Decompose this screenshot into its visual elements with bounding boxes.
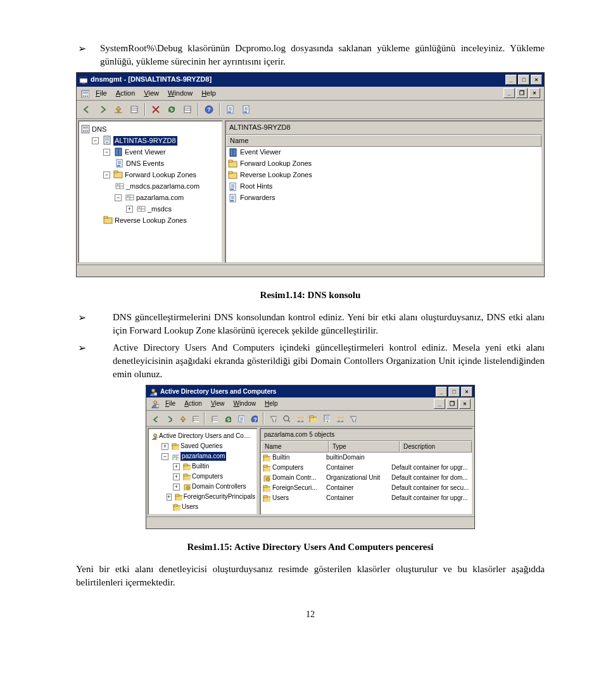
- filter-button[interactable]: [267, 412, 279, 425]
- extra-tool-2[interactable]: [239, 102, 254, 117]
- window-title: Active Directory Users and Computers: [160, 387, 276, 396]
- list-row[interactable]: Forwarders: [226, 192, 542, 204]
- up-button[interactable]: [175, 412, 188, 425]
- tree-item[interactable]: pazarlama.com: [180, 452, 226, 461]
- menu-view[interactable]: View: [207, 399, 229, 409]
- menu-file[interactable]: File: [92, 88, 111, 99]
- expand-toggle[interactable]: −: [92, 137, 99, 144]
- menu-action[interactable]: Action: [112, 88, 139, 99]
- properties-button[interactable]: [180, 102, 195, 117]
- expand-toggle[interactable]: +: [173, 463, 180, 470]
- find-button[interactable]: [280, 412, 293, 425]
- list-row[interactable]: Root Hints: [226, 181, 542, 192]
- back-button[interactable]: [149, 412, 162, 425]
- expand-toggle[interactable]: −: [103, 172, 110, 178]
- tree-item[interactable]: Domain Controllers: [192, 482, 246, 491]
- add-user-button[interactable]: [293, 412, 306, 425]
- expand-toggle[interactable]: −: [115, 194, 122, 201]
- expand-toggle[interactable]: +: [162, 443, 168, 450]
- forward-button[interactable]: [162, 412, 175, 425]
- expand-toggle[interactable]: +: [173, 473, 180, 480]
- menu-file[interactable]: File: [162, 399, 179, 409]
- col-type[interactable]: Type: [329, 441, 400, 453]
- list-row[interactable]: ComputersContainerDefault container for …: [261, 463, 472, 473]
- forward-button[interactable]: [95, 102, 110, 117]
- tree-item[interactable]: _msdcs.pazarlama.com: [126, 182, 200, 191]
- expand-toggle[interactable]: +: [126, 206, 133, 213]
- show-hide-tree-button[interactable]: [127, 102, 142, 117]
- list-row[interactable]: BuiltinbuiltinDomain: [261, 453, 472, 463]
- list-row[interactable]: UsersContainerDefault container for upgr…: [261, 493, 472, 503]
- tree-root[interactable]: DNS: [92, 125, 106, 134]
- menubar: File Action View Window Help _ ❐ ×: [77, 87, 544, 101]
- expand-toggle[interactable]: +: [173, 484, 180, 491]
- list-row[interactable]: ForeignSecuri...ContainerDefault contain…: [261, 483, 472, 493]
- properties-button[interactable]: [208, 412, 220, 425]
- maximize-button[interactable]: □: [448, 387, 460, 397]
- col-name[interactable]: Name: [226, 135, 542, 147]
- folder-icon: [263, 464, 270, 472]
- menu-action[interactable]: Action: [180, 399, 206, 409]
- child-close-button[interactable]: ×: [529, 88, 540, 98]
- child-restore-button[interactable]: ❐: [516, 88, 528, 98]
- help-button[interactable]: [201, 102, 217, 117]
- list-row[interactable]: Reverse Lookup Zones: [226, 170, 542, 181]
- maximize-button[interactable]: □: [518, 75, 529, 85]
- delete-button[interactable]: [148, 102, 163, 117]
- menu-help[interactable]: Help: [198, 88, 220, 99]
- list-address: pazarlama.com 5 objects: [261, 429, 472, 441]
- tool-btn[interactable]: [307, 412, 319, 425]
- list-row[interactable]: Domain Contr...Organizational UnitDefaul…: [261, 473, 472, 483]
- child-minimize-button[interactable]: _: [504, 88, 515, 98]
- tree-pane[interactable]: Active Directory Users and Computers +Sa…: [148, 428, 258, 515]
- menu-help[interactable]: Help: [261, 399, 282, 409]
- up-button[interactable]: [111, 102, 126, 117]
- export-list-button[interactable]: [234, 412, 247, 425]
- tree-root[interactable]: Active Directory Users and Computers: [159, 432, 255, 441]
- close-button[interactable]: ×: [531, 75, 542, 85]
- expand-toggle[interactable]: −: [162, 453, 168, 460]
- menu-view[interactable]: View: [140, 88, 163, 99]
- tree-item[interactable]: Users: [182, 503, 198, 511]
- minimize-button[interactable]: _: [436, 387, 447, 397]
- tree-item[interactable]: DNS Events: [126, 159, 164, 168]
- tree-item[interactable]: Saved Queries: [180, 442, 222, 451]
- tool-btn[interactable]: [320, 412, 332, 425]
- tree-item[interactable]: ForeignSecurityPrincipals: [184, 492, 255, 501]
- expand-toggle[interactable]: −: [103, 149, 110, 156]
- child-minimize-button[interactable]: _: [434, 399, 445, 409]
- tree-selected[interactable]: ALTINTAS-9RYZD8: [113, 136, 177, 146]
- tree-item[interactable]: pazarlama.com: [136, 193, 184, 203]
- console-icon: [79, 75, 87, 84]
- tree-item[interactable]: Forward Lookup Zones: [125, 170, 196, 180]
- menu-window[interactable]: Window: [164, 88, 196, 99]
- cell-name: Root Hints: [238, 182, 540, 191]
- tree-item[interactable]: Builtin: [192, 462, 209, 471]
- tree-item[interactable]: Computers: [192, 472, 223, 481]
- refresh-button[interactable]: [221, 412, 234, 425]
- back-button[interactable]: [79, 102, 94, 117]
- expand-toggle[interactable]: +: [167, 494, 172, 501]
- child-close-button[interactable]: ×: [459, 399, 471, 409]
- child-restore-button[interactable]: ❐: [446, 399, 458, 409]
- list-pane[interactable]: pazarlama.com 5 objects Name Type Descri…: [260, 428, 473, 515]
- tree-item[interactable]: _msdcs: [148, 204, 172, 214]
- show-hide-tree-button[interactable]: [189, 412, 201, 425]
- tree-item[interactable]: Event Viewer: [125, 147, 166, 157]
- folder-icon: [183, 463, 191, 470]
- minimize-button[interactable]: _: [505, 75, 517, 85]
- tree-pane[interactable]: DNS −ALTINTAS-9RYZD8 −Event Viewer DNS E…: [78, 120, 223, 263]
- list-row[interactable]: Event Viewer: [226, 147, 542, 158]
- close-button[interactable]: ×: [461, 387, 472, 397]
- tool-btn[interactable]: [333, 412, 346, 425]
- extra-tool-1[interactable]: [223, 102, 238, 117]
- col-name[interactable]: Name: [261, 441, 329, 453]
- list-pane[interactable]: ALTINTAS-9RYZD8 Name Event ViewerForward…: [225, 120, 543, 263]
- tool-btn[interactable]: [346, 412, 359, 425]
- tree-item[interactable]: Reverse Lookup Zones: [115, 216, 187, 225]
- list-row[interactable]: Forward Lookup Zones: [226, 158, 542, 170]
- help-button[interactable]: [248, 412, 260, 425]
- col-desc[interactable]: Description: [400, 441, 472, 453]
- refresh-button[interactable]: [164, 102, 179, 117]
- menu-window[interactable]: Window: [229, 399, 260, 409]
